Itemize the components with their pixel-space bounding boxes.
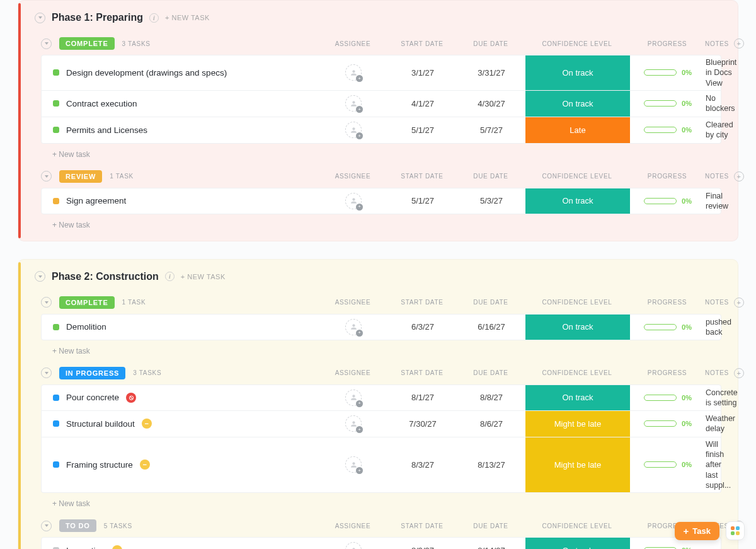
progress-cell[interactable]: 0%: [630, 69, 706, 76]
progress-percent: 0%: [682, 546, 692, 549]
task-row[interactable]: Pour concrete ⦸ + 8/1/27 8/8/27 On track…: [41, 384, 721, 411]
status-pill[interactable]: REVIEW: [59, 170, 102, 183]
assignee-avatar[interactable]: +: [345, 122, 362, 138]
collapse-toggle[interactable]: [35, 13, 45, 23]
progress-cell[interactable]: 0%: [630, 420, 706, 427]
task-row[interactable]: Contract execution + 4/1/27 4/30/27 On t…: [41, 91, 721, 117]
progress-percent: 0%: [682, 420, 692, 427]
group-new-task-button[interactable]: + New task: [41, 144, 721, 159]
confidence-pill[interactable]: Might be late: [525, 437, 630, 492]
phase-new-task-button[interactable]: + NEW TASK: [165, 14, 210, 21]
group-new-task-button[interactable]: + New task: [41, 493, 721, 508]
group-collapse-toggle[interactable]: [41, 171, 52, 182]
assignee-cell: +: [319, 415, 388, 432]
progress-cell[interactable]: 0%: [630, 461, 706, 468]
notes-cell[interactable]: Concrete is setting: [706, 388, 742, 408]
group-collapse-toggle[interactable]: [41, 521, 52, 531]
col-due-date: DUE DATE: [457, 369, 525, 376]
assignee-avatar[interactable]: +: [345, 193, 362, 209]
assignee-avatar[interactable]: +: [345, 415, 362, 432]
notes-cell[interactable]: Blueprint in Docs View: [706, 57, 740, 88]
group-new-task-button[interactable]: + New task: [41, 214, 721, 229]
status-pill[interactable]: COMPLETE: [59, 296, 115, 309]
chevron-down-icon: [45, 175, 49, 178]
task-row[interactable]: Permits and Licenses + 5/1/27 5/7/27 Lat…: [41, 117, 721, 144]
assignee-avatar[interactable]: +: [345, 542, 362, 549]
add-column-button[interactable]: +: [734, 368, 744, 378]
start-date: 8/9/27: [388, 546, 457, 550]
due-date: 8/13/27: [457, 460, 525, 470]
notes-cell[interactable]: pushed back: [706, 317, 735, 338]
assignee-cell: +: [319, 95, 388, 112]
col-progress: PROGRESS: [629, 299, 705, 306]
notes-cell[interactable]: No blockers: [706, 93, 739, 114]
start-date: 8/3/27: [388, 460, 457, 470]
notes-cell[interactable]: Will finish after last suppl...: [706, 439, 735, 490]
status-square-icon: [53, 69, 59, 76]
progress-cell[interactable]: 0%: [630, 197, 706, 205]
add-column-button[interactable]: +: [734, 298, 744, 308]
apps-grid-button[interactable]: [726, 521, 745, 540]
info-icon[interactable]: i: [165, 272, 175, 281]
assignee-avatar[interactable]: +: [345, 319, 362, 335]
task-name: Pour concrete: [66, 393, 119, 402]
notes-cell[interactable]: -: [706, 545, 712, 549]
progress-cell[interactable]: 0%: [630, 126, 706, 134]
due-date: 6/16/27: [457, 322, 525, 332]
new-task-fab[interactable]: + Task: [675, 522, 719, 540]
col-confidence: CONFIDENCE LEVEL: [525, 299, 629, 306]
progress-cell[interactable]: 0%: [630, 394, 706, 402]
confidence-pill[interactable]: On track: [525, 538, 630, 549]
progress-cell[interactable]: 0%: [630, 323, 706, 331]
due-date: 4/30/27: [457, 99, 525, 108]
assignee-avatar[interactable]: +: [345, 95, 362, 112]
progress-bar: [644, 198, 677, 204]
group-collapse-toggle[interactable]: [41, 38, 52, 49]
assignee-cell: +: [319, 390, 388, 406]
task-name: Sign agreement: [66, 196, 126, 205]
group-collapse-toggle[interactable]: [41, 297, 52, 308]
start-date: 5/1/27: [388, 196, 457, 205]
task-name: Structural buildout: [66, 419, 135, 429]
status-pill[interactable]: COMPLETE: [59, 37, 115, 50]
confidence-pill[interactable]: Late: [525, 117, 630, 143]
column-header-row: COMPLETE 1 TASK ASSIGNEE START DATE DUE …: [41, 296, 721, 314]
info-icon[interactable]: i: [149, 13, 159, 23]
task-row[interactable]: Structural buildout − + 7/30/27 8/6/27 M…: [41, 411, 721, 437]
phase-new-task-button[interactable]: + NEW TASK: [181, 273, 226, 280]
group-collapse-toggle[interactable]: [41, 367, 52, 378]
status-pill[interactable]: TO DO: [59, 519, 96, 532]
status-pill[interactable]: IN PROGRESS: [59, 367, 125, 379]
progress-cell[interactable]: 0%: [630, 546, 706, 549]
task-row[interactable]: Design development (drawings and specs) …: [41, 55, 721, 91]
confidence-pill[interactable]: On track: [525, 315, 630, 340]
confidence-pill[interactable]: Might be late: [525, 411, 630, 437]
progress-percent: 0%: [682, 126, 692, 134]
collapse-toggle[interactable]: [35, 271, 45, 282]
col-notes: NOTES: [705, 40, 729, 47]
add-column-button[interactable]: +: [734, 38, 744, 49]
task-count: 5 TASKS: [104, 523, 132, 529]
col-confidence: CONFIDENCE LEVEL: [525, 369, 629, 376]
assignee-avatar[interactable]: +: [345, 64, 362, 81]
confidence-pill[interactable]: On track: [525, 91, 630, 117]
task-row[interactable]: Demolition + 6/3/27 6/16/27 On track 0% …: [41, 314, 721, 340]
confidence-pill[interactable]: On track: [525, 385, 630, 410]
confidence-pill[interactable]: On track: [525, 55, 630, 90]
progress-cell[interactable]: 0%: [630, 100, 706, 107]
assignee-avatar[interactable]: +: [345, 390, 362, 406]
progress-percent: 0%: [682, 69, 692, 76]
col-progress: PROGRESS: [629, 40, 705, 47]
task-row[interactable]: Framing structure − + 8/3/27 8/13/27 Mig…: [41, 437, 721, 493]
confidence-pill[interactable]: On track: [525, 188, 630, 214]
notes-cell[interactable]: Final review: [706, 191, 732, 212]
add-column-button[interactable]: +: [734, 171, 744, 182]
notes-cell[interactable]: Weather delay: [706, 413, 739, 434]
add-assignee-icon: +: [356, 75, 363, 82]
task-row[interactable]: Sign agreement + 5/1/27 5/3/27 On track …: [41, 188, 721, 214]
group-new-task-button[interactable]: + New task: [41, 340, 721, 355]
assignee-avatar[interactable]: +: [345, 456, 362, 473]
task-row[interactable]: Inspection − + 8/9/27 8/14/27 On track 0…: [41, 537, 721, 549]
task-list: Design development (drawings and specs) …: [41, 55, 721, 144]
notes-cell[interactable]: Cleared by city: [706, 120, 737, 141]
